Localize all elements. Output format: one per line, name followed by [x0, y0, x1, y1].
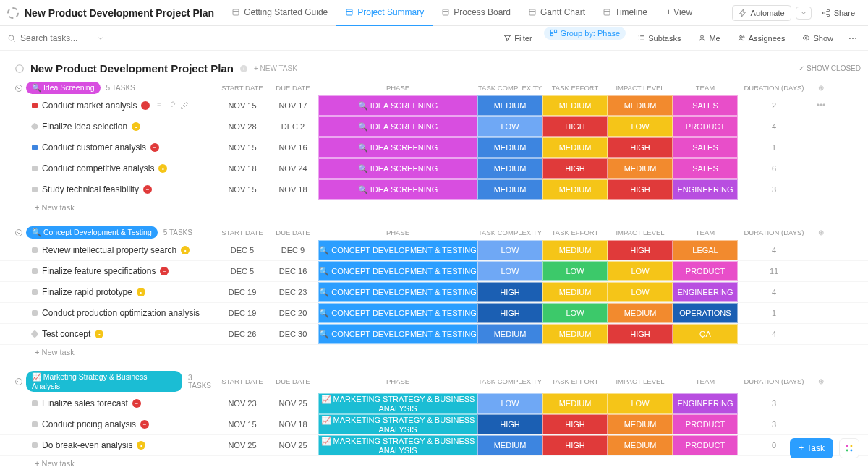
start-date-cell[interactable]: Nov 15 — [217, 179, 268, 200]
task-row[interactable]: Review intellectual property search • De… — [0, 240, 868, 261]
duration-cell[interactable]: 4 — [738, 240, 810, 260]
team-cell[interactable]: Product — [673, 116, 738, 137]
col-start-date[interactable]: START DATE — [217, 84, 268, 92]
col-team[interactable]: TEAM — [673, 84, 738, 92]
duration-cell[interactable]: 3 — [738, 179, 810, 200]
start-date-cell[interactable]: Nov 15 — [217, 137, 268, 158]
edit-icon[interactable] — [180, 101, 189, 110]
team-cell[interactable]: Product — [673, 414, 738, 434]
task-row[interactable]: Conduct production optimization analysis… — [0, 303, 868, 324]
priority-flag[interactable] — [32, 103, 38, 108]
col-due-date[interactable]: DUE DATE — [268, 228, 318, 236]
filter-button[interactable]: Filter — [498, 32, 537, 45]
complexity-cell[interactable]: Medium — [477, 324, 542, 344]
impact-cell[interactable]: Medium — [608, 95, 673, 116]
task-name[interactable]: Finalize feature specifications — [42, 266, 156, 276]
complexity-cell[interactable]: Medium — [477, 95, 542, 116]
assignees-button[interactable]: Assignees — [732, 32, 791, 45]
task-name[interactable]: Conduct production optimization analysis — [42, 308, 200, 318]
impact-cell[interactable]: Medium — [608, 435, 673, 455]
impact-cell[interactable]: Medium — [608, 303, 673, 323]
priority-flag[interactable] — [32, 187, 38, 192]
col-start-date[interactable]: START DATE — [217, 377, 268, 385]
status-dot[interactable]: • — [132, 122, 140, 131]
col-due-date[interactable]: DUE DATE — [268, 377, 318, 385]
new-task-button[interactable]: + New task — [0, 456, 868, 467]
status-dot[interactable]: • — [181, 246, 190, 254]
automate-dropdown[interactable] — [796, 7, 812, 20]
due-date-cell[interactable]: Dec 30 — [268, 324, 318, 344]
effort-cell[interactable]: Medium — [542, 137, 608, 158]
status-dot[interactable]: − — [143, 185, 152, 194]
due-date-cell[interactable]: Nov 18 — [268, 414, 318, 434]
info-icon[interactable]: i — [239, 64, 248, 73]
complexity-cell[interactable]: Medium — [477, 137, 542, 158]
task-row[interactable]: Finalize idea selection • Nov 28 Dec 2 🔍… — [0, 116, 868, 137]
due-date-cell[interactable]: Dec 2 — [268, 116, 318, 137]
new-task-fab[interactable]: + Task — [790, 438, 833, 458]
priority-flag[interactable] — [30, 330, 38, 338]
col-complexity[interactable]: TASK COMPLEXITY — [477, 377, 542, 385]
team-cell[interactable]: Engineering — [673, 393, 738, 414]
task-name[interactable]: Conduct market analysis — [42, 100, 137, 111]
duration-cell[interactable]: 2 — [738, 95, 810, 116]
team-cell[interactable]: Sales — [673, 137, 738, 158]
phase-cell[interactable]: 🔍 Concept Development & Testing — [318, 261, 477, 281]
col-duration[interactable]: DURATION (DAYS) — [738, 377, 810, 385]
task-row[interactable]: Conduct customer analysis − Nov 15 Nov 1… — [0, 137, 868, 158]
due-date-cell[interactable]: Nov 17 — [268, 95, 318, 116]
start-date-cell[interactable]: Dec 19 — [217, 303, 268, 323]
complexity-cell[interactable]: Medium — [477, 179, 542, 200]
phase-cell[interactable]: 📈 Marketing Strategy & Business Analysis — [318, 414, 477, 434]
complexity-cell[interactable]: Medium — [477, 435, 542, 455]
priority-flag[interactable] — [32, 145, 38, 150]
task-name[interactable]: Finalize rapid prototype — [42, 287, 132, 297]
impact-cell[interactable]: Medium — [608, 414, 673, 434]
effort-cell[interactable]: Medium — [542, 282, 608, 302]
duration-cell[interactable]: 3 — [738, 414, 810, 434]
col-duration[interactable]: DURATION (DAYS) — [738, 228, 810, 236]
add-column-button[interactable]: ⊕ — [810, 228, 832, 236]
effort-cell[interactable]: Medium — [542, 324, 608, 344]
phase-cell[interactable]: 🔍 Idea Screening — [318, 137, 477, 158]
tab-gantt-chart[interactable]: Gantt Chart — [519, 0, 594, 26]
priority-flag[interactable] — [32, 421, 38, 427]
col-complexity[interactable]: TASK COMPLEXITY — [477, 228, 542, 236]
effort-cell[interactable]: High — [542, 435, 608, 455]
priority-flag[interactable] — [30, 122, 38, 130]
phase-pill[interactable]: 📈 Marketing Strategy & Business Analysis — [26, 371, 182, 392]
add-column-button[interactable]: ⊕ — [810, 377, 832, 385]
impact-cell[interactable]: Low — [608, 261, 673, 281]
due-date-cell[interactable]: Nov 25 — [268, 393, 318, 414]
start-date-cell[interactable]: Nov 18 — [217, 158, 268, 179]
team-cell[interactable]: Sales — [673, 158, 738, 179]
task-row[interactable]: Test concept • Dec 26 Dec 30 🔍 Concept D… — [0, 324, 868, 345]
start-date-cell[interactable]: Dec 5 — [217, 261, 268, 281]
effort-cell[interactable]: Medium — [542, 95, 608, 116]
status-dot[interactable]: − — [141, 101, 150, 110]
task-name[interactable]: Conduct competitive analysis — [42, 163, 154, 173]
search-box[interactable] — [7, 33, 116, 43]
task-row[interactable]: Conduct competitive analysis • Nov 18 No… — [0, 158, 868, 179]
team-cell[interactable]: Engineering — [673, 282, 738, 302]
phase-pill[interactable]: 🔍 Idea Screening — [26, 82, 101, 94]
task-row[interactable]: Finalize sales forecast − Nov 23 Nov 25 … — [0, 393, 868, 414]
col-complexity[interactable]: TASK COMPLEXITY — [477, 84, 542, 92]
due-date-cell[interactable]: Dec 20 — [268, 303, 318, 323]
task-row[interactable]: Finalize feature specifications − Dec 5 … — [0, 261, 868, 282]
task-name[interactable]: Conduct customer analysis — [42, 142, 146, 153]
tab-timeline[interactable]: Timeline — [594, 0, 656, 26]
col-team[interactable]: TEAM — [673, 228, 738, 236]
duration-cell[interactable]: 6 — [738, 158, 810, 179]
col-phase[interactable]: PHASE — [318, 377, 477, 385]
team-cell[interactable]: Product — [673, 261, 738, 281]
team-cell[interactable]: Engineering — [673, 179, 738, 200]
share-button[interactable]: Share — [816, 6, 861, 20]
duration-cell[interactable]: 11 — [738, 261, 810, 281]
status-dot[interactable]: − — [140, 420, 149, 429]
add-view-button[interactable]: + View — [658, 0, 701, 26]
group-by-button[interactable]: Group by: Phase — [544, 27, 626, 40]
effort-cell[interactable]: Medium — [542, 179, 608, 200]
phase-cell[interactable]: 🔍 Concept Development & Testing — [318, 282, 477, 302]
impact-cell[interactable]: Medium — [608, 158, 673, 179]
